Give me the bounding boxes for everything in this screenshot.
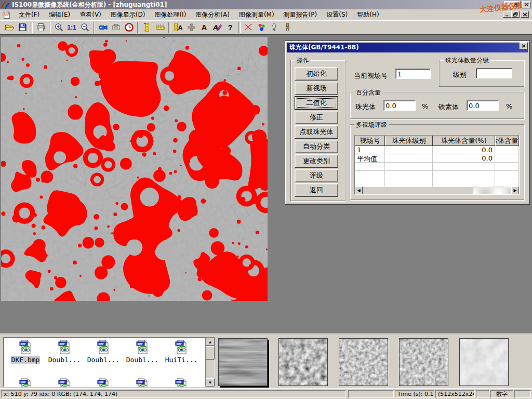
toolbar-separator	[49, 22, 51, 33]
preview-thumbnail-5[interactable]	[459, 338, 509, 386]
dialog-close-button[interactable]	[520, 42, 528, 49]
grid-cross-icon[interactable]	[185, 21, 197, 34]
preview-thumbnail-1[interactable]	[218, 338, 268, 386]
menu-item-1[interactable]: 文件(F)	[14, 9, 44, 20]
menu-item-5[interactable]: 图像处理(I)	[150, 9, 191, 20]
file-item-1[interactable]: BMPDKF.bmp	[7, 340, 44, 364]
classify-balls-icon[interactable]	[255, 21, 268, 34]
op-button-2[interactable]: 新视场	[295, 82, 338, 95]
table-col-3[interactable]: 珠光体含量(%)	[433, 136, 495, 146]
ruler-icon[interactable]	[154, 21, 166, 34]
menu-item-9[interactable]: 设置(S)	[322, 9, 352, 20]
table-cell: 0.0	[433, 154, 495, 163]
pen-icon[interactable]	[268, 21, 281, 34]
menu-item-8[interactable]: 测量报告(P)	[279, 9, 322, 20]
child-minimize-button[interactable]	[503, 11, 511, 18]
op-button-7[interactable]: 更改类别	[295, 154, 338, 168]
status-empty-1	[348, 390, 394, 398]
file-item-3[interactable]: BMPDoubl...	[85, 340, 122, 364]
bmp-file-icon: BMP	[97, 340, 110, 354]
menu-item-10[interactable]: 帮助(H)	[352, 9, 383, 20]
window-close-button[interactable]	[522, 1, 530, 8]
preview-thumbnail-2[interactable]	[278, 338, 328, 386]
preview-thumbnail-3[interactable]	[339, 338, 388, 386]
one-to-one-icon[interactable]: 1:1	[65, 21, 78, 34]
menu-item-4[interactable]: 图像显示(D)	[106, 9, 150, 20]
window-restore-button[interactable]	[512, 1, 521, 8]
help-icon[interactable]: ?	[224, 21, 236, 34]
op-button-6[interactable]: 自动分类	[295, 140, 338, 153]
file-name: Doubl...	[126, 356, 159, 364]
file-item-row2-2[interactable]: BMP	[46, 378, 83, 387]
bmp-file-icon: BMP	[19, 340, 32, 354]
file-item-5[interactable]: BMPHuiTi...	[163, 340, 200, 364]
menu-item-6[interactable]: 图像分析(A)	[191, 9, 234, 20]
brush-icon[interactable]	[281, 21, 294, 34]
op-button-3[interactable]: 二值化	[295, 96, 338, 110]
op-button-4[interactable]: 修正	[295, 111, 338, 124]
snapshot-camera-icon[interactable]	[110, 21, 122, 34]
table-cell	[385, 171, 433, 179]
file-item-row2-5[interactable]: BMP	[163, 378, 200, 387]
child-close-button[interactable]	[521, 11, 529, 18]
table-cell	[433, 163, 495, 171]
ferrite-percent-input[interactable]	[467, 100, 499, 111]
clock-icon[interactable]	[123, 21, 135, 34]
video-camera-icon[interactable]	[97, 21, 109, 34]
window-minimize-button[interactable]	[504, 1, 512, 8]
level-input[interactable]	[476, 68, 512, 78]
svg-text:DOC: DOC	[3, 12, 9, 15]
table-row-1[interactable]: 10.0	[355, 146, 519, 154]
table-row-4[interactable]	[355, 171, 519, 179]
bmp-file-icon: BMP	[136, 378, 149, 387]
ferrite-unit: %	[506, 102, 512, 110]
op-button-9[interactable]: 返回	[295, 183, 338, 197]
menu-item-7[interactable]: 图像测量(M)	[234, 9, 279, 20]
dialog-title-bar[interactable]: 珠光体(GB/T9441-88)	[287, 43, 528, 52]
zoom-out-icon[interactable]	[78, 21, 91, 34]
file-item-row2-1[interactable]: BMP	[7, 378, 44, 387]
preview-thumbnail-4[interactable]	[399, 338, 448, 386]
op-button-1[interactable]: 初始化	[295, 67, 338, 81]
current-field-input[interactable]	[395, 69, 431, 79]
pearlite-label: 珠光体	[355, 102, 376, 112]
hscroll-thumb[interactable]	[363, 187, 473, 194]
text-a-label: A	[202, 23, 207, 32]
hscroll-track[interactable]	[473, 187, 511, 194]
menu-item-2[interactable]: 编辑(E)	[44, 9, 75, 20]
file-item-4[interactable]: BMPDoubl...	[124, 340, 161, 364]
curve-erase-icon[interactable]	[242, 21, 255, 34]
caliper-icon[interactable]	[141, 21, 153, 34]
level-label: 级别	[453, 70, 467, 79]
file-item-2[interactable]: BMPDoubl...	[46, 340, 83, 364]
hscroll-right-button[interactable]: ▶	[511, 187, 519, 194]
menu-item-3[interactable]: 查看(V)	[75, 9, 106, 20]
table-col-2[interactable]: 珠光体级别	[385, 136, 433, 146]
text-a-icon[interactable]: A	[198, 21, 210, 34]
metallograph-image[interactable]	[1, 37, 268, 301]
table-col-1[interactable]: 视场号	[355, 136, 385, 146]
svg-text:BMP: BMP	[177, 381, 182, 384]
measure-label-icon[interactable]: A	[172, 21, 184, 34]
table-col-4[interactable]: 铁素体含量(%)	[495, 136, 519, 146]
text-edit-icon[interactable]: A	[211, 21, 223, 34]
hscroll-left-button[interactable]: ◀	[355, 187, 363, 194]
open-folder-icon[interactable]	[3, 21, 16, 34]
pearlite-percent-input[interactable]	[383, 100, 416, 111]
table-row-2[interactable]: 平均值0.0	[355, 154, 519, 163]
vscroll-up-button[interactable]: ▲	[206, 338, 215, 346]
op-button-5[interactable]: 点取珠光体	[295, 125, 338, 139]
op-button-8[interactable]: 评级	[295, 169, 338, 182]
vscroll-down-button[interactable]: ▼	[206, 378, 215, 387]
table-row-3[interactable]	[355, 163, 519, 171]
print-icon[interactable]	[34, 21, 47, 34]
file-item-row2-4[interactable]: BMP	[124, 378, 161, 387]
grading-group: 珠光体数量分级 级别	[439, 60, 524, 87]
vscroll-thumb[interactable]	[206, 346, 215, 360]
file-item-row2-3[interactable]: BMP	[85, 378, 122, 387]
save-icon[interactable]	[16, 21, 29, 34]
child-restore-button[interactable]	[511, 11, 520, 18]
svg-text:BMP: BMP	[177, 342, 182, 345]
svg-text:BMP: BMP	[138, 342, 143, 345]
zoom-in-icon[interactable]	[52, 21, 65, 34]
